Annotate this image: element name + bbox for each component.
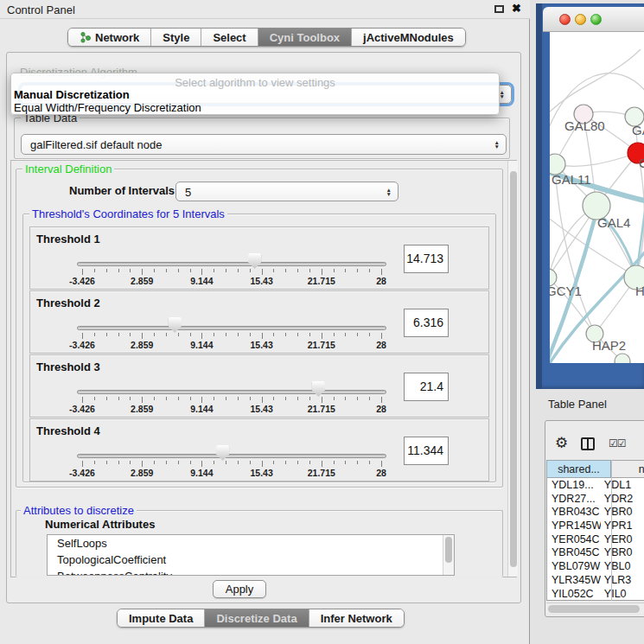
mode-tab-impute-data[interactable]: Impute Data bbox=[118, 609, 204, 627]
tab-cyni-toolbox[interactable]: Cyni Toolbox bbox=[258, 29, 351, 46]
slider-handle[interactable] bbox=[312, 381, 325, 397]
slider-tick bbox=[190, 397, 191, 400]
slider-tick bbox=[297, 333, 298, 336]
slider-tick bbox=[238, 333, 239, 336]
threshold-label: Threshold 1 bbox=[36, 233, 100, 245]
table-horizontal-scrollbar[interactable] bbox=[546, 603, 644, 614]
attributes-scrollbar[interactable] bbox=[443, 535, 454, 575]
algorithm-option-equal-width-frequency-discretization[interactable]: Equal Width/Frequency Discretization bbox=[14, 101, 201, 114]
select-columns-icon[interactable]: ☑☑ bbox=[609, 437, 626, 450]
tab-jactivemnodules[interactable]: jActiveMNodules bbox=[351, 29, 465, 46]
table-row[interactable]: YIL052CYIL0 bbox=[546, 588, 644, 599]
slider-tick bbox=[118, 269, 119, 272]
close-traffic-light[interactable] bbox=[559, 14, 571, 25]
node-label: GA bbox=[632, 123, 644, 137]
table-row[interactable]: YDR27...YDR2 bbox=[546, 493, 644, 507]
table-header-name[interactable]: name bbox=[611, 460, 644, 478]
table-row[interactable]: YBR043CYBR0 bbox=[546, 506, 644, 520]
slider-tick bbox=[118, 397, 119, 400]
attribute-item-topologicalcoefficient[interactable]: TopologicalCoefficient bbox=[48, 552, 454, 568]
slider-tick-label: 21.715 bbox=[308, 404, 335, 414]
slider-track[interactable] bbox=[77, 454, 386, 458]
tab-select[interactable]: Select bbox=[201, 29, 257, 46]
slider-track[interactable] bbox=[77, 326, 386, 330]
table-header-row: shared...name bbox=[546, 460, 644, 478]
scrollbar-thumb[interactable] bbox=[510, 171, 517, 567]
slider-handle[interactable] bbox=[169, 317, 182, 333]
threshold-label: Threshold 4 bbox=[36, 424, 100, 437]
attribute-item-selfloops[interactable]: SelfLoops bbox=[48, 535, 454, 552]
slider-tick bbox=[142, 269, 143, 275]
slider-tick bbox=[94, 333, 95, 336]
table-cell: YLR345W bbox=[546, 574, 601, 588]
slider-tick bbox=[94, 397, 95, 400]
table-row[interactable]: YDL19...YDL1 bbox=[546, 479, 644, 493]
slider-handle[interactable] bbox=[216, 445, 229, 461]
table-row[interactable]: YLR345WYLR3 bbox=[546, 574, 644, 588]
zoom-traffic-light[interactable] bbox=[590, 14, 602, 25]
mode-tab-label: Impute Data bbox=[129, 612, 193, 625]
scrollbar-thumb[interactable] bbox=[548, 605, 640, 613]
slider-tick bbox=[357, 333, 358, 336]
slider-track[interactable] bbox=[77, 262, 386, 266]
threshold-value-field[interactable]: 6.316 bbox=[404, 309, 449, 337]
tab-network[interactable]: Network bbox=[68, 29, 150, 46]
table-panel-title: Table Panel bbox=[548, 398, 607, 411]
gear-icon[interactable]: ⚙ bbox=[555, 434, 568, 452]
mode-tab-discretize-data[interactable]: Discretize Data bbox=[204, 609, 308, 627]
slider-tick bbox=[130, 269, 131, 272]
slider-tick bbox=[322, 333, 322, 339]
settings-vertical-scrollbar[interactable] bbox=[507, 161, 518, 577]
num-intervals-combo[interactable]: 5 ▲▼ bbox=[175, 182, 399, 201]
slider-tick-label: 15.43 bbox=[250, 468, 272, 478]
attribute-item-betweennesscentrality[interactable]: BetweennessCentrality bbox=[48, 568, 454, 576]
float-window-icon[interactable] bbox=[494, 5, 504, 13]
slider-track[interactable] bbox=[77, 390, 386, 394]
node-label: GAL4 bbox=[597, 215, 630, 230]
slider-tick-label: -3.426 bbox=[69, 276, 95, 286]
slider-tick bbox=[226, 333, 226, 336]
table-row[interactable]: YBL079WYBL0 bbox=[546, 560, 644, 574]
table-cell: YDL1 bbox=[601, 479, 644, 493]
threshold-value-field[interactable]: 11.344 bbox=[404, 437, 449, 465]
network-node[interactable] bbox=[615, 354, 630, 363]
threshold-value-field[interactable]: 14.713 bbox=[404, 245, 449, 273]
slider-tick bbox=[357, 461, 358, 464]
scrollbar-thumb[interactable] bbox=[445, 537, 452, 563]
slider-tick bbox=[322, 461, 322, 467]
slider-tick bbox=[201, 269, 202, 275]
columns-icon[interactable] bbox=[581, 437, 595, 450]
threshold-coords-title: Threshold's Coordinates for 5 Intervals bbox=[29, 207, 227, 220]
mode-tab-infer-network[interactable]: Infer Network bbox=[309, 609, 404, 627]
slider-tick bbox=[250, 269, 251, 272]
network-window-titlebar bbox=[543, 7, 644, 32]
table-rows: YDL19...YDL1YDR27...YDR2YBR043CYBR0YPR14… bbox=[546, 479, 644, 598]
node-label: C bbox=[639, 156, 644, 170]
table-row[interactable]: YER054CYER0 bbox=[546, 533, 644, 547]
slider-tick bbox=[214, 461, 214, 464]
network-canvas[interactable]: GAL80GACGAL11GAL4GCY1HHAP2 bbox=[550, 32, 644, 363]
numerical-attributes-label: Numerical Attributes bbox=[45, 518, 155, 531]
apply-button[interactable]: Apply bbox=[213, 580, 266, 598]
slider-tick bbox=[345, 461, 346, 464]
table-row[interactable]: YPR145WYPR1 bbox=[546, 520, 644, 533]
tab-style[interactable]: Style bbox=[150, 29, 201, 46]
slider-tick-label: 9.144 bbox=[190, 404, 213, 414]
table-header-shared[interactable]: shared... bbox=[546, 460, 611, 478]
slider-tick-label: 21.715 bbox=[308, 468, 335, 478]
slider-handle[interactable] bbox=[248, 253, 261, 269]
slider-tick bbox=[273, 397, 274, 400]
table-row[interactable]: YBR045CYBR0 bbox=[546, 546, 644, 560]
slider-tick bbox=[106, 333, 107, 336]
close-icon[interactable]: ✖ bbox=[512, 2, 521, 15]
slider-tick bbox=[357, 397, 358, 400]
slider-tick bbox=[154, 333, 155, 336]
slider-tick bbox=[201, 397, 202, 403]
table-data-combo[interactable]: galFiltered.sif default node ▲▼ bbox=[21, 134, 507, 155]
algorithm-option-manual-discretization[interactable]: Manual Discretization bbox=[14, 88, 130, 101]
minimize-traffic-light[interactable] bbox=[575, 14, 586, 25]
slider-tick bbox=[273, 333, 274, 336]
slider-tick bbox=[201, 333, 202, 339]
slider-tick bbox=[369, 397, 370, 400]
threshold-value-field[interactable]: 21.4 bbox=[404, 373, 449, 401]
